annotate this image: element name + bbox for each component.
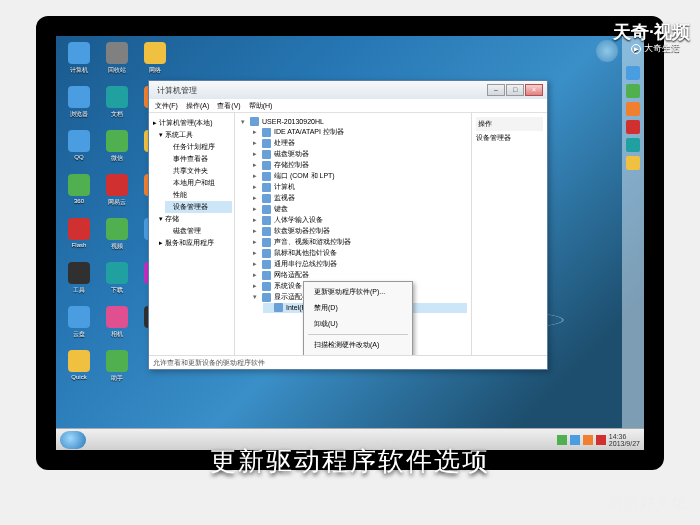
device-category[interactable]: ▸计算机 (251, 182, 467, 193)
watermark-top-right: 天奇·视频 (613, 20, 690, 44)
device-category[interactable]: ▸IDE ATA/ATAPI 控制器 (251, 127, 467, 138)
device-category[interactable]: ▸处理器 (251, 138, 467, 149)
desktop-icon[interactable]: 下载 (100, 262, 134, 300)
play-icon: ▶ (631, 44, 641, 54)
device-icon (262, 293, 271, 302)
device-icon (262, 249, 271, 258)
sidebar-icon[interactable] (626, 84, 640, 98)
device-icon (262, 172, 271, 181)
desktop-icon[interactable]: 工具 (62, 262, 96, 300)
maximize-button[interactable]: □ (506, 84, 524, 96)
tray-icon[interactable] (596, 435, 606, 445)
video-subtitle: 更新驱动程序软件选项 (0, 444, 700, 479)
desktop-screen: 计算机 回收站 网络 浏览器 文档 图片 QQ 微信 音乐 360 网易云 游戏… (56, 36, 644, 450)
window-title: 计算机管理 (157, 85, 197, 96)
nav-services[interactable]: ▸服务和应用程序 (151, 237, 232, 249)
tray-icon[interactable] (583, 435, 593, 445)
sidebar-icon[interactable] (626, 66, 640, 80)
device-category[interactable]: ▸键盘 (251, 204, 467, 215)
device-tree-panel: ▾USER-20130920HL ▸IDE ATA/ATAPI 控制器▸处理器▸… (235, 113, 471, 355)
desktop-icon[interactable]: 云盘 (62, 306, 96, 344)
close-button[interactable]: × (525, 84, 543, 96)
ctx-uninstall[interactable]: 卸载(U) (304, 316, 412, 332)
device-icon (262, 161, 271, 170)
nav-root[interactable]: ▸计算机管理(本地) (151, 117, 232, 129)
desktop-icon[interactable]: 相机 (100, 306, 134, 344)
desktop-icon[interactable]: 视频 (100, 218, 134, 256)
nav-item[interactable]: 磁盘管理 (165, 225, 232, 237)
nav-item[interactable]: 共享文件夹 (165, 165, 232, 177)
right-sidebar (622, 36, 644, 450)
nav-item[interactable]: 事件查看器 (165, 153, 232, 165)
ctx-update-driver[interactable]: 更新驱动程序软件(P)... (304, 284, 412, 300)
monitor-frame: 计算机 回收站 网络 浏览器 文档 图片 QQ 微信 音乐 360 网易云 游戏… (36, 16, 664, 470)
device-category[interactable]: ▸监视器 (251, 193, 467, 204)
actions-link[interactable]: 设备管理器 (476, 133, 543, 143)
device-icon (262, 150, 271, 159)
nav-device-manager[interactable]: 设备管理器 (165, 201, 232, 213)
ctx-scan-hardware[interactable]: 扫描检测硬件改动(A) (304, 337, 412, 353)
device-category[interactable]: ▸网络适配器 (251, 270, 467, 281)
menu-action[interactable]: 操作(A) (186, 101, 209, 111)
desktop-icon[interactable]: 助手 (100, 350, 134, 388)
actions-header: 操作 (476, 117, 543, 131)
context-menu: 更新驱动程序软件(P)... 禁用(D) 卸载(U) 扫描检测硬件改动(A) 属… (303, 281, 413, 355)
actions-panel: 操作 设备管理器 (471, 113, 547, 355)
desktop-icon[interactable]: 网易云 (100, 174, 134, 212)
device-category[interactable]: ▸人体学输入设备 (251, 215, 467, 226)
device-category[interactable]: ▸通用串行总线控制器 (251, 259, 467, 270)
minimize-button[interactable]: – (487, 84, 505, 96)
watermark-life: ▶大奇生活 (631, 42, 680, 55)
desktop-icon[interactable]: 网络 (138, 42, 172, 80)
sidebar-icon[interactable] (626, 156, 640, 170)
menu-view[interactable]: 查看(V) (217, 101, 240, 111)
tray-icon[interactable] (570, 435, 580, 445)
device-icon (262, 227, 271, 236)
desktop-icon[interactable]: 360 (62, 174, 96, 212)
desktop-icon[interactable]: 回收站 (100, 42, 134, 80)
desktop-icon[interactable]: 计算机 (62, 42, 96, 80)
device-icon (262, 282, 271, 291)
menubar: 文件(F) 操作(A) 查看(V) 帮助(H) (149, 99, 547, 113)
device-icon (262, 238, 271, 247)
device-icon (262, 139, 271, 148)
desktop-icon[interactable]: Flash (62, 218, 96, 256)
device-icon (262, 194, 271, 203)
device-category[interactable]: ▸鼠标和其他指针设备 (251, 248, 467, 259)
device-category[interactable]: ▸声音、视频和游戏控制器 (251, 237, 467, 248)
device-icon (262, 271, 271, 280)
nav-systools[interactable]: ▾系统工具 (151, 129, 232, 141)
device-icon (262, 216, 271, 225)
ctx-separator (308, 334, 408, 335)
computer-icon (250, 117, 259, 126)
device-icon (262, 205, 271, 214)
desktop-icon[interactable]: 浏览器 (62, 86, 96, 124)
sidebar-icon[interactable] (626, 120, 640, 134)
sidebar-icon[interactable] (626, 138, 640, 152)
desktop-icon[interactable]: 微信 (100, 130, 134, 168)
nav-item[interactable]: 本地用户和组 (165, 177, 232, 189)
ctx-disable[interactable]: 禁用(D) (304, 300, 412, 316)
left-nav-tree: ▸计算机管理(本地) ▾系统工具 任务计划程序 事件查看器 共享文件夹 本地用户… (149, 113, 235, 355)
device-category[interactable]: ▸磁盘驱动器 (251, 149, 467, 160)
window-titlebar[interactable]: 计算机管理 – □ × (149, 81, 547, 99)
sidebar-icon[interactable] (626, 102, 640, 116)
tray-icon[interactable] (557, 435, 567, 445)
statusbar: 允许查看和更新设备的驱动程序软件 (149, 355, 547, 369)
display-adapter-icon (274, 303, 283, 312)
desktop-icon[interactable]: Quick (62, 350, 96, 388)
nav-item[interactable]: 任务计划程序 (165, 141, 232, 153)
desktop-icon[interactable]: 文档 (100, 86, 134, 124)
watermark-bottom-right: 易坊好文馆 (608, 494, 688, 513)
device-icon (262, 260, 271, 269)
device-category[interactable]: ▸存储控制器 (251, 160, 467, 171)
device-category[interactable]: ▸端口 (COM 和 LPT) (251, 171, 467, 182)
device-category[interactable]: ▸软盘驱动器控制器 (251, 226, 467, 237)
menu-help[interactable]: 帮助(H) (249, 101, 273, 111)
device-icon (262, 128, 271, 137)
device-root[interactable]: ▾USER-20130920HL (239, 117, 467, 127)
desktop-icon[interactable]: QQ (62, 130, 96, 168)
menu-file[interactable]: 文件(F) (155, 101, 178, 111)
nav-storage[interactable]: ▾存储 (151, 213, 232, 225)
nav-item[interactable]: 性能 (165, 189, 232, 201)
